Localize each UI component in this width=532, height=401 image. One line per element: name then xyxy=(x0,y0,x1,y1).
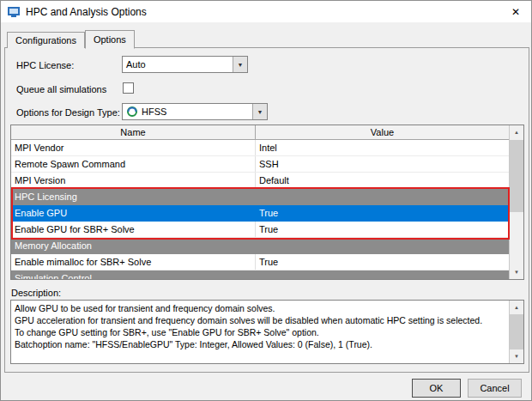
description-scrollbar[interactable]: ▲ ▼ xyxy=(509,301,523,363)
description-text: Allow GPU to be used for transient and f… xyxy=(11,301,523,352)
scrollbar-thumb[interactable] xyxy=(510,314,523,349)
scroll-down-icon[interactable]: ▼ xyxy=(510,349,523,363)
row-name: MPI Version xyxy=(11,173,256,188)
table-scrollbar[interactable]: ▲ ▼ xyxy=(509,125,523,279)
table-row[interactable]: Enable GPU for SBR+ Solve True xyxy=(11,222,509,238)
queue-all-checkbox[interactable] xyxy=(123,82,134,94)
scroll-up-icon[interactable]: ▲ xyxy=(510,301,523,314)
table-row-selected[interactable]: Enable GPU True xyxy=(11,205,509,222)
table-row[interactable]: Enable mimalloc for SBR+ Solve True xyxy=(11,254,509,270)
row-name: Simulation Control xyxy=(11,270,256,279)
row-value xyxy=(256,189,509,204)
dropdown-arrow-icon[interactable]: ▼ xyxy=(252,104,267,119)
table-row[interactable]: MPI Version Default xyxy=(11,173,509,189)
row-value xyxy=(256,270,509,279)
row-value: Default xyxy=(256,173,509,188)
row-name: Enable mimalloc for SBR+ Solve xyxy=(11,254,256,270)
hpc-license-select[interactable]: Auto ▼ xyxy=(122,56,248,73)
description-label: Description: xyxy=(11,288,61,298)
row-name: Enable GPU xyxy=(11,205,256,221)
row-value: Intel xyxy=(256,140,509,155)
row-name: MPI Vendor xyxy=(11,140,256,155)
tab-configurations[interactable]: Configurations xyxy=(7,32,85,48)
titlebar: HPC and Analysis Options ✕ xyxy=(1,1,531,22)
tab-bar: Configurations Options xyxy=(7,29,135,48)
row-name: Remote Spawn Command xyxy=(11,156,256,172)
column-header-name[interactable]: Name xyxy=(11,125,256,139)
table-row[interactable]: Remote Spawn Command SSH xyxy=(11,156,509,173)
hfss-icon xyxy=(126,106,138,118)
description-line: Allow GPU to be used for transient and f… xyxy=(15,302,506,314)
description-line: GPU acceleration for transient and frequ… xyxy=(15,314,506,326)
dropdown-arrow-icon[interactable]: ▼ xyxy=(233,57,247,72)
row-value: True xyxy=(256,254,509,270)
table-header: Name Value xyxy=(11,125,509,140)
row-name: Memory Allocation xyxy=(11,238,256,253)
row-value: SSH xyxy=(256,156,509,172)
scroll-up-icon[interactable]: ▲ xyxy=(510,125,523,139)
table-row[interactable]: MPI Vendor Intel xyxy=(11,140,509,156)
row-name: Enable GPU for SBR+ Solve xyxy=(11,222,256,237)
close-icon[interactable]: ✕ xyxy=(500,1,531,22)
table-row-section[interactable]: Simulation Control xyxy=(11,270,509,279)
row-value: True xyxy=(256,205,509,221)
design-type-label: Options for Design Type: xyxy=(16,107,120,118)
hpc-license-value: Auto xyxy=(123,57,233,72)
row-name: HPC Licensing xyxy=(11,189,256,204)
hpc-analysis-options-dialog: HPC and Analysis Options ✕ Configuration… xyxy=(0,0,532,401)
scroll-down-icon[interactable]: ▼ xyxy=(510,265,523,279)
row-value: True xyxy=(256,222,509,237)
hpc-license-label: HPC License: xyxy=(16,60,74,70)
ok-button[interactable]: OK xyxy=(412,379,461,398)
column-header-value[interactable]: Value xyxy=(256,125,509,139)
design-type-value: HFSS xyxy=(142,106,166,117)
app-icon xyxy=(7,5,21,19)
table-body: MPI Vendor Intel Remote Spawn Command SS… xyxy=(11,140,509,279)
description-line: Batchoption name: "HFSS/EnableGPU" Type:… xyxy=(15,338,506,350)
description-box: Allow GPU to be used for transient and f… xyxy=(10,300,524,364)
window-title: HPC and Analysis Options xyxy=(26,6,147,18)
cancel-button[interactable]: Cancel xyxy=(468,379,522,398)
description-line: To change GPU setting for SBR+, use "Ena… xyxy=(15,326,506,338)
tab-options[interactable]: Options xyxy=(85,30,135,49)
options-panel: HPC License: Auto ▼ Queue all simulation… xyxy=(4,47,529,373)
scrollbar-thumb[interactable] xyxy=(510,140,523,212)
queue-all-label: Queue all simulations xyxy=(16,84,106,94)
row-value xyxy=(256,238,509,253)
design-type-value-wrap: HFSS xyxy=(123,104,252,119)
table-row-section[interactable]: HPC Licensing xyxy=(11,189,509,205)
design-type-select[interactable]: HFSS ▼ xyxy=(122,103,268,120)
options-table: Name Value MPI Vendor Intel Remote Spawn… xyxy=(10,125,524,280)
table-row-section[interactable]: Memory Allocation xyxy=(11,238,509,254)
